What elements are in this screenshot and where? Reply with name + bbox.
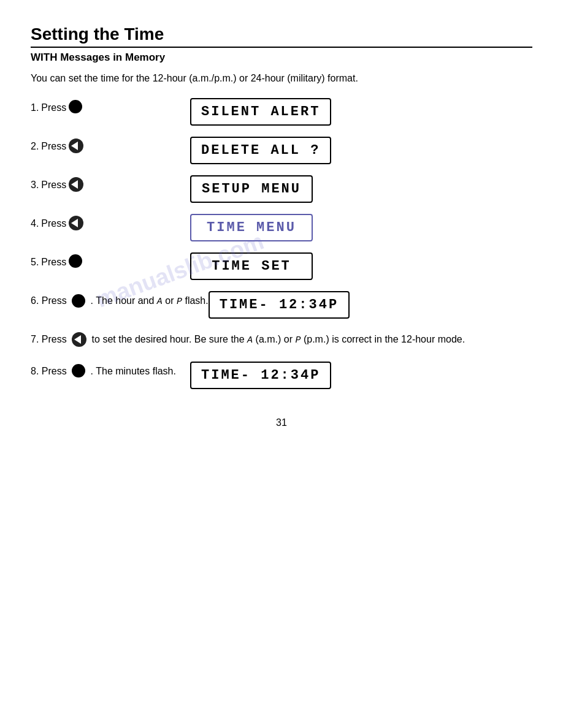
left-arrow-button-2[interactable] <box>69 138 83 153</box>
step-5-display: TIME SET <box>190 251 532 280</box>
step-7-after: to set the desired hour. Be sure the A (… <box>92 334 465 344</box>
lcd-display-3: SETUP MENU <box>190 175 313 203</box>
step-5-number: 5. <box>31 255 39 270</box>
step-3-number: 3. <box>31 178 39 192</box>
step-5-press: Press <box>41 255 66 270</box>
circle-button-5[interactable] <box>69 254 82 268</box>
step-4-press: Press <box>41 216 66 231</box>
circle-button-6[interactable] <box>72 294 85 308</box>
step-2-display: DELETE ALL ? <box>190 135 532 164</box>
lcd-display-8: TIME- 12:34P <box>190 362 331 389</box>
circle-button-8[interactable] <box>72 364 85 377</box>
step-6-display: TIME- 12:34P <box>209 290 532 319</box>
step-8-press: Press <box>42 366 67 376</box>
step-6-press: Press <box>42 295 67 306</box>
sub-title: WITH Messages in Memory <box>31 51 532 64</box>
left-arrow-button-4[interactable] <box>69 216 83 230</box>
steps-list: 1. Press SILENT ALERT 2. Press DELETE AL… <box>31 97 532 399</box>
step-8: 8. Press . The minutes flash. TIME- 12:3… <box>31 360 532 389</box>
step-4-text: 4. Press <box>31 213 190 231</box>
lcd-display-4: TIME MENU <box>190 214 313 241</box>
step-5: 5. Press TIME SET <box>31 251 532 280</box>
step-2-press: Press <box>41 139 66 154</box>
lcd-display-2: DELETE ALL ? <box>190 137 331 164</box>
step-6-after: . The hour and A or P flash. <box>91 295 209 306</box>
step-8-display: TIME- 12:34P <box>190 360 532 389</box>
lcd-display-5: TIME SET <box>190 252 313 280</box>
step-8-after: . The minutes flash. <box>91 366 176 376</box>
step-1-press: Press <box>41 100 66 115</box>
step-4-number: 4. <box>31 216 39 231</box>
step-3-text: 3. Press <box>31 174 190 192</box>
step-3-display: SETUP MENU <box>190 174 532 203</box>
lcd-display-6: TIME- 12:34P <box>209 291 350 319</box>
step-4-display: TIME MENU <box>190 213 532 241</box>
step-2-number: 2. <box>31 139 39 154</box>
section-divider <box>31 47 532 48</box>
step-4: 4. Press TIME MENU <box>31 213 532 241</box>
step-1-number: 1. <box>31 100 39 115</box>
step-3-press: Press <box>41 178 66 192</box>
step-6: 6. Press . The hour and A or P flash. TI… <box>31 290 532 319</box>
step-2-text: 2. Press <box>31 135 190 154</box>
circle-button-1[interactable] <box>69 100 82 113</box>
step-1: 1. Press SILENT ALERT <box>31 97 532 126</box>
step-7-text: 7. Press to set the desired hour. Be sur… <box>31 328 532 348</box>
page-title: Setting the Time <box>31 25 532 44</box>
step-3: 3. Press SETUP MENU <box>31 174 532 203</box>
step-6-text: 6. Press . The hour and A or P flash. <box>31 290 209 309</box>
step-7: 7. Press to set the desired hour. Be sur… <box>31 328 532 348</box>
step-1-display: SILENT ALERT <box>190 97 532 126</box>
page-number: 31 <box>31 417 532 428</box>
step-7-press: Press <box>42 334 67 344</box>
step-7-number: 7. <box>31 334 39 344</box>
intro-text: You can set the time for the 12-hour (a.… <box>31 71 532 86</box>
step-1-text: 1. Press <box>31 97 190 115</box>
left-arrow-button-3[interactable] <box>69 177 83 192</box>
left-arrow-button-7[interactable] <box>72 332 86 347</box>
step-8-text: 8. Press . The minutes flash. <box>31 360 190 379</box>
step-2: 2. Press DELETE ALL ? <box>31 135 532 164</box>
step-8-number: 8. <box>31 366 39 376</box>
step-5-text: 5. Press <box>31 251 190 270</box>
lcd-display-1: SILENT ALERT <box>190 98 331 126</box>
step-6-number: 6. <box>31 295 39 306</box>
